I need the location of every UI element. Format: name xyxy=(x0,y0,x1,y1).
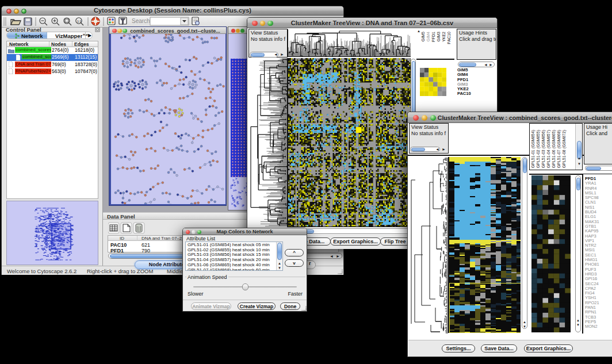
svg-text:1:1: 1:1 xyxy=(77,20,82,23)
svg-text:Search:: Search: xyxy=(132,18,151,24)
